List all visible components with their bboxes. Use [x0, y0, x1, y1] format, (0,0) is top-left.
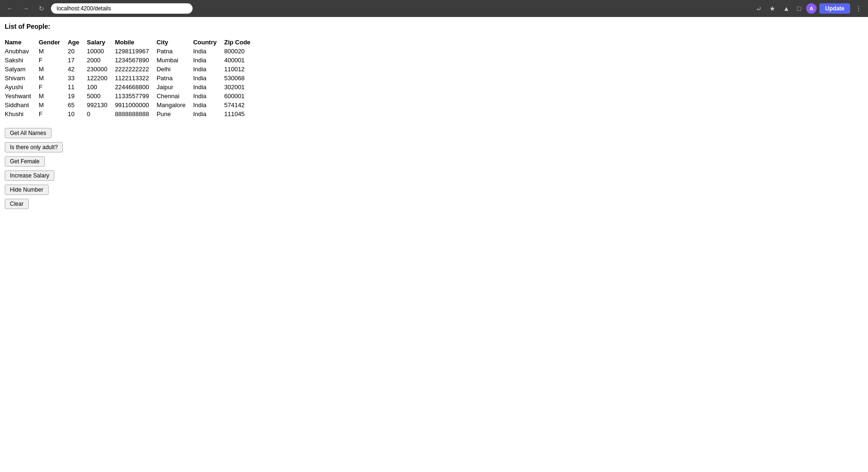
table-row: SiddhantM659921309911000000MangaloreIndi… — [5, 101, 258, 110]
table-cell: Shivam — [5, 74, 39, 83]
table-cell: 1122113322 — [115, 74, 156, 83]
table-cell: 5000 — [87, 92, 115, 101]
table-cell: 1133557799 — [115, 92, 156, 101]
table-cell: 65 — [67, 101, 87, 110]
table-cell: 1298119967 — [115, 47, 156, 56]
col-salary: Salary — [87, 38, 115, 47]
table-cell: Patna — [157, 74, 193, 83]
col-city: City — [157, 38, 193, 47]
table-cell: 9911000000 — [115, 101, 156, 110]
table-cell: Pune — [157, 110, 193, 118]
table-cell: M — [39, 47, 68, 56]
table-cell: 302001 — [224, 83, 258, 92]
browser-chrome: ← → ↻ ⤾ ★ ▲ □ A Update ⋮ — [0, 0, 868, 17]
table-cell: 110012 — [224, 65, 258, 74]
table-cell: Sakshi — [5, 56, 39, 65]
update-button[interactable]: Update — [819, 3, 850, 14]
table-cell: F — [39, 110, 68, 118]
table-cell: India — [193, 65, 224, 74]
refresh-button[interactable]: ↻ — [36, 3, 47, 14]
table-cell: M — [39, 65, 68, 74]
avatar[interactable]: A — [806, 3, 817, 14]
table-cell: 0 — [87, 110, 115, 118]
table-cell: India — [193, 56, 224, 65]
table-cell: 122200 — [87, 74, 115, 83]
table-cell: F — [39, 56, 68, 65]
table-row: AyushiF111002244668800JaipurIndia302001 — [5, 83, 258, 92]
table-row: SatyamM422300002222222222DelhiIndia11001… — [5, 65, 258, 74]
profile-icon[interactable]: □ — [795, 3, 803, 14]
table-cell: India — [193, 92, 224, 101]
address-bar[interactable] — [51, 3, 193, 14]
table-cell: India — [193, 101, 224, 110]
table-cell: Yeshwant — [5, 92, 39, 101]
table-cell: India — [193, 74, 224, 83]
table-cell: 2222222222 — [115, 65, 156, 74]
table-cell: M — [39, 74, 68, 83]
col-country: Country — [193, 38, 224, 47]
table-cell: 10 — [67, 110, 87, 118]
hide-number-button[interactable]: Hide Number — [5, 185, 49, 195]
table-cell: 8888888888 — [115, 110, 156, 118]
forward-button[interactable]: → — [20, 3, 32, 14]
table-row: AnubhavM20100001298119967PatnaIndia80002… — [5, 47, 258, 56]
table-row: KhushiF1008888888888PuneIndia111045 — [5, 110, 258, 118]
table-cell: Ayushi — [5, 83, 39, 92]
extension-icon[interactable]: ▲ — [781, 3, 792, 14]
table-cell: 20 — [67, 47, 87, 56]
table-cell: 10000 — [87, 47, 115, 56]
table-cell: Siddhant — [5, 101, 39, 110]
table-cell: Delhi — [157, 65, 193, 74]
table-cell: Mumbai — [157, 56, 193, 65]
page-content: List of People: Name Gender Age Salary M… — [0, 17, 868, 215]
table-cell: India — [193, 110, 224, 118]
col-name: Name — [5, 38, 39, 47]
col-age: Age — [67, 38, 87, 47]
table-cell: 230000 — [87, 65, 115, 74]
table-cell: 1234567890 — [115, 56, 156, 65]
table-cell: Chennai — [157, 92, 193, 101]
table-cell: Mangalore — [157, 101, 193, 110]
table-cell: Patna — [157, 47, 193, 56]
table-cell: India — [193, 83, 224, 92]
table-cell: 19 — [67, 92, 87, 101]
clear-button[interactable]: Clear — [5, 199, 29, 209]
menu-icon[interactable]: ⋮ — [853, 3, 864, 14]
table-cell: Anubhav — [5, 47, 39, 56]
back-button[interactable]: ← — [4, 3, 16, 14]
table-cell: 33 — [67, 74, 87, 83]
table-cell: 800020 — [224, 47, 258, 56]
table-cell: 11 — [67, 83, 87, 92]
table-cell: M — [39, 101, 68, 110]
table-cell: 574142 — [224, 101, 258, 110]
col-mobile: Mobile — [115, 38, 156, 47]
col-zip: Zip Code — [224, 38, 258, 47]
table-row: SakshiF1720001234567890MumbaiIndia400001 — [5, 56, 258, 65]
table-cell: 17 — [67, 56, 87, 65]
table-row: YeshwantM1950001133557799ChennaiIndia600… — [5, 92, 258, 101]
is-adult-button[interactable]: Is there only adult? — [5, 142, 63, 152]
table-cell: 42 — [67, 65, 87, 74]
action-buttons: Get All Names Is there only adult? Get F… — [5, 128, 863, 209]
get-female-button[interactable]: Get Female — [5, 156, 45, 167]
table-cell: 400001 — [224, 56, 258, 65]
table-cell: 2000 — [87, 56, 115, 65]
get-all-names-button[interactable]: Get All Names — [5, 128, 51, 138]
table-row: ShivamM331222001122113322PatnaIndia53006… — [5, 74, 258, 83]
table-cell: 530068 — [224, 74, 258, 83]
table-cell: 111045 — [224, 110, 258, 118]
col-gender: Gender — [39, 38, 68, 47]
bookmark-icon[interactable]: ★ — [767, 3, 778, 14]
page-title: List of People: — [5, 23, 863, 30]
table-cell: 600001 — [224, 92, 258, 101]
table-cell: Satyam — [5, 65, 39, 74]
table-cell: F — [39, 83, 68, 92]
table-cell: Jaipur — [157, 83, 193, 92]
share-icon[interactable]: ⤾ — [754, 3, 764, 14]
table-cell: 992130 — [87, 101, 115, 110]
table-cell: M — [39, 92, 68, 101]
table-cell: Khushi — [5, 110, 39, 118]
table-cell: 100 — [87, 83, 115, 92]
increase-salary-button[interactable]: Increase Salary — [5, 170, 54, 181]
table-header-row: Name Gender Age Salary Mobile City Count… — [5, 38, 258, 47]
